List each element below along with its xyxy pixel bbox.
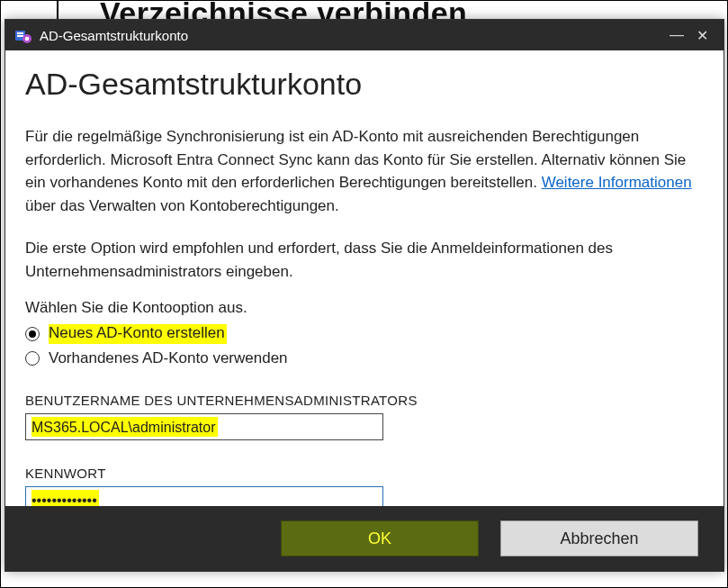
radio-dot-icon [25,327,40,341]
app-cloud-sync-icon [14,26,32,44]
option-prompt: Wählen Sie die Kontooption aus. [25,299,704,317]
dialog-footer: OK Abbrechen [5,506,724,571]
dialog-title: AD-Gesamtstrukturkonto [40,28,664,43]
radio-use-existing-account[interactable]: Vorhandenes AD-Konto verwenden [25,349,704,367]
close-button[interactable]: ✕ [689,27,715,44]
username-label: BENUTZERNAME DES UNTERNEHMENSADMINISTRAT… [25,393,704,408]
svg-rect-2 [17,35,23,37]
ok-button[interactable]: OK [281,520,479,556]
dialog-ad-forest-account: AD-Gesamtstrukturkonto — ✕ AD-Gesamtstru… [4,19,724,572]
svg-rect-1 [17,32,23,34]
username-input[interactable]: MS365.LOCAL\administrator [25,413,383,440]
password-mask: ••••••••••••• [31,490,99,506]
minimize-button[interactable]: — [664,27,689,43]
titlebar: AD-Gesamtstrukturkonto — ✕ [5,20,724,50]
svg-point-4 [25,37,29,41]
radio-create-label: Neues AD-Konto erstellen [49,324,227,344]
dialog-body: AD-Gesamtstrukturkonto Für die regelmäßi… [5,50,724,506]
radio-create-new-account[interactable]: Neues AD-Konto erstellen [25,324,704,344]
cancel-button[interactable]: Abbrechen [500,520,698,556]
radio-empty-icon [25,351,40,366]
radio-existing-label: Vorhandenes AD-Konto verwenden [49,349,288,367]
recommendation-paragraph: Die erste Option wird empfohlen und erfo… [25,237,704,283]
username-value: MS365.LOCAL\administrator [31,417,218,437]
more-info-link[interactable]: Weitere Informationen [542,174,692,191]
intro-paragraph: Für die regelmäßige Synchronisierung ist… [25,125,704,217]
page-heading: AD-Gesamtstrukturkonto [25,67,704,102]
intro-text-2: über das Verwalten von Kontoberechtigung… [25,197,339,214]
password-label: KENNWORT [25,466,704,481]
password-input[interactable]: ••••••••••••• [25,486,383,506]
